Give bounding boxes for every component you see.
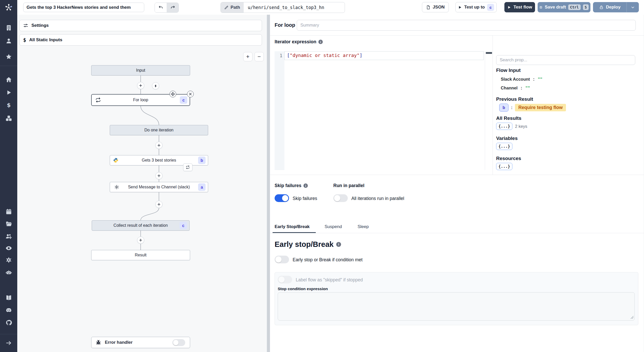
prop-row[interactable]: Channel : "" <box>501 86 530 90</box>
flow-settings-button[interactable]: Settings <box>19 20 262 31</box>
sidebar-item-folders[interactable] <box>5 221 12 227</box>
sidebar-item-resources[interactable] <box>5 115 12 122</box>
windmill-flow-editor: Path u/henri/send_to_slack_top3_hn JSON … <box>0 0 644 352</box>
node-gets-3-best-stories[interactable]: Gets 3 best stories b <box>110 155 208 165</box>
add-step-button[interactable] <box>155 142 163 149</box>
add-step-button[interactable] <box>137 82 144 89</box>
arrow-right-icon <box>5 340 12 346</box>
iterator-expression-heading: Iterator expression i <box>275 39 323 45</box>
step-id-badge: b <box>198 157 206 164</box>
active-tab-underline <box>273 232 316 233</box>
test-flow-button[interactable]: Test flow <box>504 2 535 12</box>
undo-button[interactable] <box>155 3 167 12</box>
sidebar-item-docs[interactable] <box>5 295 12 301</box>
deploy-dropdown-button[interactable] <box>627 2 639 12</box>
restart-from-step-button[interactable] <box>183 163 192 171</box>
node-collect-result[interactable]: Collect result of each iteration c <box>92 220 190 231</box>
test-up-to-label: Test up to <box>464 5 485 10</box>
windmill-script-icon <box>114 185 119 190</box>
delete-node-button[interactable] <box>187 91 194 97</box>
flow-settings-label: Settings <box>31 23 49 28</box>
test-up-to-step-badge: c <box>487 4 494 11</box>
tab-suspend[interactable]: Suspend <box>325 224 342 229</box>
node-do-one-iteration[interactable]: Do one iteration <box>110 125 208 135</box>
object-expand-chip[interactable]: {...} <box>496 123 512 130</box>
move-node-button[interactable] <box>170 91 176 97</box>
sidebar-item-ai[interactable] <box>5 269 12 276</box>
redo-button[interactable] <box>167 3 179 12</box>
sidebar-item-groups[interactable] <box>5 233 12 240</box>
object-expand-chip[interactable]: {...} <box>496 163 512 170</box>
prop-row[interactable]: Slack Account : "" <box>501 77 543 82</box>
save-draft-button[interactable]: Save draft Ctrl S <box>538 2 590 12</box>
flow-input-heading: Flow Input <box>496 68 521 73</box>
calendar-icon <box>5 208 12 215</box>
variables-heading: Variables <box>496 136 518 141</box>
info-icon[interactable]: i <box>336 242 341 247</box>
error-handler-toggle[interactable] <box>172 339 185 346</box>
book-icon <box>5 295 12 301</box>
sidebar-item-workspace[interactable] <box>5 24 12 31</box>
path-label: Path <box>231 5 240 10</box>
node-send-message-slack[interactable]: Send Message to Channel (slack) a <box>110 182 208 192</box>
windmill-logo[interactable] <box>0 0 17 15</box>
sidebar-item-home[interactable] <box>5 76 12 83</box>
sidebar-divider <box>0 66 17 66</box>
add-trigger-button[interactable] <box>152 82 159 89</box>
test-up-to-button[interactable]: Test up to c <box>455 2 497 12</box>
add-step-button[interactable] <box>155 201 163 208</box>
static-inputs-button[interactable]: $ All Static Inputs <box>19 34 262 46</box>
robot-icon <box>5 269 12 276</box>
all-results-heading: All Results <box>496 115 521 121</box>
object-expand-chip[interactable]: {...} <box>496 143 512 150</box>
windmill-logo-icon <box>4 3 13 12</box>
step-id-badge: c <box>180 96 187 104</box>
sidebar-item-discord[interactable] <box>5 307 12 314</box>
search-prop-input[interactable] <box>496 55 635 65</box>
tab-sleep[interactable]: Sleep <box>358 224 369 229</box>
summary-input[interactable] <box>297 20 636 31</box>
sidebar-item-runs[interactable] <box>5 89 12 96</box>
info-icon[interactable]: i <box>303 183 308 188</box>
json-button[interactable]: JSON <box>422 2 449 12</box>
stop-condition-textarea[interactable] <box>278 292 635 321</box>
sidebar-expand-button[interactable] <box>5 340 12 346</box>
info-icon[interactable]: i <box>318 40 323 44</box>
sidebar-item-user[interactable] <box>5 38 12 44</box>
sidebar-item-favorites[interactable] <box>5 53 12 60</box>
sidebar-item-schedules[interactable] <box>5 208 12 215</box>
sidebar-item-audit-logs[interactable] <box>5 245 12 252</box>
step-ref-badge[interactable]: b <box>499 104 509 112</box>
node-input[interactable]: Input <box>91 65 190 76</box>
skipped-label-toggle[interactable] <box>278 276 292 283</box>
zoom-out-button[interactable]: − <box>255 52 264 61</box>
step-id-badge: c <box>180 222 187 229</box>
skip-failures-heading: Skip failures i <box>275 183 308 188</box>
sidebar-item-variables[interactable]: $ <box>5 102 12 108</box>
panel-splitter[interactable] <box>267 15 270 352</box>
add-step-button[interactable] <box>137 237 144 244</box>
textarea-resize-handle[interactable] <box>631 316 633 319</box>
deploy-button[interactable]: Deploy <box>593 2 626 12</box>
tab-early-stop-break[interactable]: Early Stop/Break <box>275 224 310 229</box>
node-result[interactable]: Result <box>91 250 190 260</box>
error-handler-node[interactable]: Error handler <box>91 337 190 348</box>
add-step-button[interactable] <box>155 172 163 179</box>
path-group[interactable]: Path u/henri/send_to_slack_top3_hn <box>221 2 345 13</box>
node-label: Result <box>135 253 146 257</box>
run-in-parallel-toggle[interactable] <box>333 194 348 202</box>
early-stop-toggle[interactable] <box>275 256 289 263</box>
colon: : <box>511 105 512 110</box>
iterator-code-editor[interactable]: 1 ["dynamic or static array"] <box>275 51 492 170</box>
skip-failures-toggle[interactable] <box>275 194 289 202</box>
sidebar-item-github[interactable] <box>5 319 12 326</box>
zoom-in-button[interactable]: + <box>243 52 252 61</box>
flow-title-input[interactable] <box>23 3 144 12</box>
home-icon <box>5 76 12 83</box>
error-handler-label: Error handler <box>105 340 133 345</box>
sidebar-item-settings[interactable] <box>5 257 12 263</box>
minimap-thumb[interactable] <box>486 52 492 54</box>
sliders-icon <box>23 23 28 28</box>
plus-icon <box>139 238 142 242</box>
early-stop-toggle-label: Early stop or Break if condition met <box>293 257 362 263</box>
